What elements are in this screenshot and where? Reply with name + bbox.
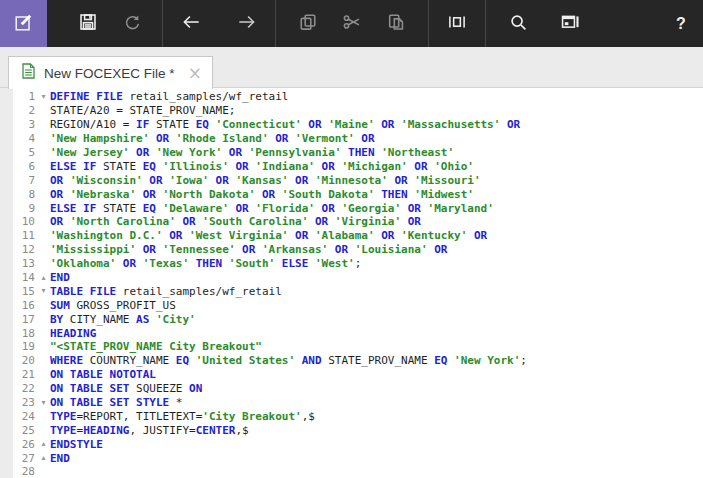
edit-mode-button[interactable] xyxy=(0,0,47,47)
code-line[interactable]: 18HEADING xyxy=(0,326,703,340)
line-number: 25 xyxy=(0,424,37,437)
code-line[interactable]: 17BY CITY_NAME AS 'City' xyxy=(0,312,703,326)
line-number: 9 xyxy=(0,202,37,215)
code-line[interactable]: 24TYPE=REPORT, TITLETEXT='City Breakout'… xyxy=(0,409,703,423)
code-line[interactable]: 15▾TABLE FILE retail_samples/wf_retail xyxy=(0,284,703,298)
code-text: BY CITY_NAME AS 'City' xyxy=(50,313,196,326)
code-text: ENDSTYLE xyxy=(50,438,103,451)
paste-button[interactable] xyxy=(374,0,418,47)
code-text: OR 'North Carolina' OR 'South Carolina' … xyxy=(50,215,421,228)
code-text: OR 'Nebraska' OR 'North Dakota' OR 'Sout… xyxy=(50,188,474,201)
line-number: 12 xyxy=(0,243,37,256)
code-line[interactable]: 23▾ON TABLE SET STYLE * xyxy=(0,396,703,410)
code-line[interactable]: 21ON TABLE NOTOTAL xyxy=(0,368,703,382)
code-text: DEFINE FILE retail_samples/wf_retail xyxy=(50,90,288,103)
code-text: REGION/A10 = IF STATE EQ 'Connecticut' O… xyxy=(50,118,520,131)
code-line[interactable]: 7OR 'Wisconsin' OR 'Iowa' OR 'Kansas' OR… xyxy=(0,173,703,187)
back-button[interactable] xyxy=(163,0,219,47)
copy-button[interactable] xyxy=(286,0,330,47)
code-text: ON TABLE NOTOTAL xyxy=(50,368,156,381)
help-button[interactable]: ? xyxy=(661,0,701,47)
code-line[interactable]: 16SUM GROSS_PROFIT_US xyxy=(0,298,703,312)
code-line[interactable]: 14▴END xyxy=(0,271,703,285)
code-text: END xyxy=(50,452,70,465)
cut-button[interactable] xyxy=(330,0,374,47)
close-icon[interactable]: × xyxy=(188,65,202,82)
line-number: 27 xyxy=(0,452,37,465)
forward-button[interactable] xyxy=(219,0,275,47)
code-text: 'Mississippi' OR 'Tennessee' OR 'Arkansa… xyxy=(50,243,447,256)
undo-button[interactable] xyxy=(110,0,154,47)
code-text: TABLE FILE retail_samples/wf_retail xyxy=(50,285,282,298)
paste-icon xyxy=(387,13,405,34)
line-number: 16 xyxy=(0,299,37,312)
fold-marker[interactable]: ▾ xyxy=(37,284,50,298)
code-text: HEADING xyxy=(50,327,96,340)
code-text: 'New Jersey' OR 'New York' OR 'Pennsylva… xyxy=(50,146,454,159)
code-line[interactable]: 10OR 'North Carolina' OR 'South Carolina… xyxy=(0,215,703,229)
code-line[interactable]: 8OR 'Nebraska' OR 'North Dakota' OR 'Sou… xyxy=(0,187,703,201)
line-number: 17 xyxy=(0,313,37,326)
code-text: WHERE COUNTRY_NAME EQ 'United States' AN… xyxy=(50,354,527,367)
code-text: TYPE=HEADING, JUSTIFY=CENTER,$ xyxy=(50,424,249,437)
code-line[interactable]: 5'New Jersey' OR 'New York' OR 'Pennsylv… xyxy=(0,146,703,160)
code-text: END xyxy=(50,271,70,284)
code-text: SUM GROSS_PROFIT_US xyxy=(50,299,176,312)
file-tab[interactable]: New FOCEXEC File * × xyxy=(8,56,213,89)
code-text: 'Washington D.C.' OR 'West Virginia' OR … xyxy=(50,229,487,242)
code-text: TYPE=REPORT, TITLETEXT='City Breakout',$ xyxy=(50,410,315,423)
line-number: 3 xyxy=(0,118,37,131)
line-number: 28 xyxy=(0,465,37,478)
code-line[interactable]: 4'New Hampshire' OR 'Rhode Island' OR 'V… xyxy=(0,132,703,146)
fold-marker[interactable]: ▴ xyxy=(37,271,50,285)
line-number: 26 xyxy=(0,438,37,451)
line-number: 13 xyxy=(0,257,37,270)
line-number: 11 xyxy=(0,229,37,242)
line-number: 20 xyxy=(0,354,37,367)
pencil-square-icon xyxy=(14,12,34,36)
line-number: 7 xyxy=(0,174,37,187)
code-text: 'Oklahoma' OR 'Texas' THEN 'South' ELSE … xyxy=(50,257,361,270)
save-button[interactable] xyxy=(66,0,110,47)
code-line[interactable]: 13'Oklahoma' OR 'Texas' THEN 'South' ELS… xyxy=(0,257,703,271)
code-line[interactable]: 26▴ENDSTYLE xyxy=(0,437,703,451)
line-number: 22 xyxy=(0,382,37,395)
toolbar: ? xyxy=(0,0,703,47)
fold-marker[interactable]: ▾ xyxy=(37,90,50,104)
fold-marker[interactable]: ▴ xyxy=(37,437,50,451)
line-number: 4 xyxy=(0,132,37,145)
code-area[interactable]: 1▾DEFINE FILE retail_samples/wf_retail2S… xyxy=(0,88,703,478)
arrow-right-icon xyxy=(236,13,258,34)
code-line[interactable]: 25TYPE=HEADING, JUSTIFY=CENTER,$ xyxy=(0,423,703,437)
code-line[interactable]: 20WHERE COUNTRY_NAME EQ 'United States' … xyxy=(0,354,703,368)
fold-marker[interactable]: ▴ xyxy=(37,451,50,465)
code-line[interactable]: 9ELSE IF STATE EQ 'Delaware' OR 'Florida… xyxy=(0,201,703,215)
fold-marker[interactable]: ▾ xyxy=(37,396,50,410)
code-line[interactable]: 1▾DEFINE FILE retail_samples/wf_retail xyxy=(0,90,703,104)
code-text: STATE/A20 = STATE_PROV_NAME; xyxy=(50,104,235,117)
line-number: 21 xyxy=(0,368,37,381)
toolbar-separator xyxy=(275,0,276,47)
code-line[interactable]: 22ON TABLE SET SQUEEZE ON xyxy=(0,382,703,396)
report-button[interactable] xyxy=(544,0,596,47)
code-line[interactable]: 2STATE/A20 = STATE_PROV_NAME; xyxy=(0,104,703,118)
code-line[interactable]: 28 xyxy=(0,465,703,478)
code-line[interactable]: 6ELSE IF STATE EQ 'Illinois' OR 'Indiana… xyxy=(0,159,703,173)
search-button[interactable] xyxy=(492,0,544,47)
line-number: 2 xyxy=(0,104,37,117)
line-number: 15 xyxy=(0,285,37,298)
code-line[interactable]: 3REGION/A10 = IF STATE EQ 'Connecticut' … xyxy=(0,118,703,132)
question-icon: ? xyxy=(676,0,686,47)
code-line[interactable]: 11'Washington D.C.' OR 'West Virginia' O… xyxy=(0,229,703,243)
code-line[interactable]: 12'Mississippi' OR 'Tennessee' OR 'Arkan… xyxy=(0,243,703,257)
document-icon xyxy=(22,63,35,83)
code-text: ELSE IF STATE EQ 'Illinois' OR 'Indiana'… xyxy=(50,160,474,173)
code-line[interactable]: 19"<STATE_PROV_NAME City Breakout" xyxy=(0,340,703,354)
undo-icon xyxy=(123,13,141,34)
tab-title: New FOCEXEC File * xyxy=(44,66,182,81)
code-line[interactable]: 27▴END xyxy=(0,451,703,465)
code-text: ON TABLE SET SQUEEZE ON xyxy=(50,382,202,395)
line-number: 6 xyxy=(0,160,37,173)
layout-button[interactable] xyxy=(429,0,485,47)
line-number: 18 xyxy=(0,327,37,340)
